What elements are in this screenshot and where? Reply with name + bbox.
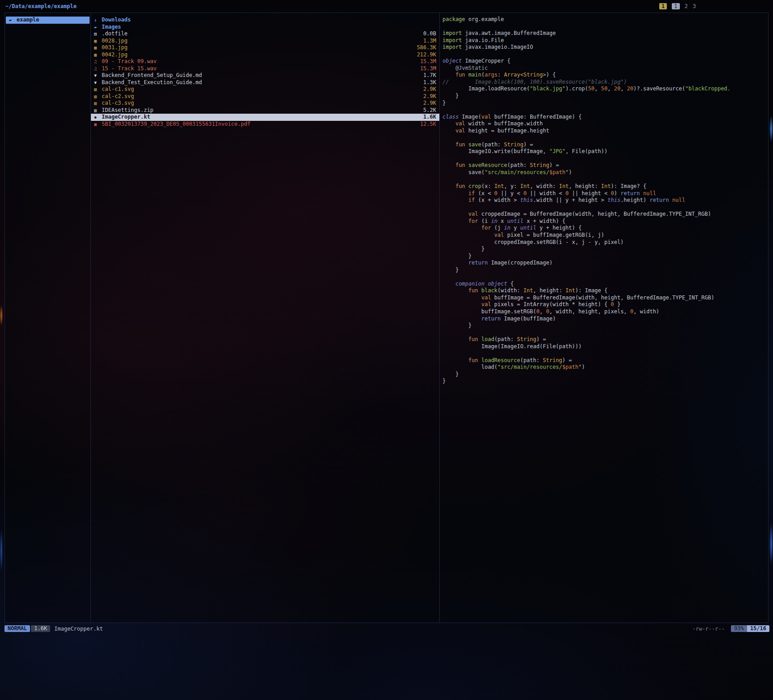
file-size: 2.9K: [423, 93, 436, 100]
code-line: }: [442, 253, 765, 260]
code-line: Image(ImageIO.read(File(path))): [442, 343, 765, 350]
file-row[interactable]: ▧cal-c1.svg2.9K: [91, 86, 439, 93]
file-name: .dotfile: [102, 30, 423, 38]
code-line: val pixels = IntArray(width * height) { …: [442, 301, 765, 308]
file-row[interactable]: ▥IDEAsettings.zip5.2K: [91, 107, 439, 114]
permissions-text: -rw-r--r--: [692, 626, 725, 632]
parent-dir-item[interactable]: ▰ example: [6, 17, 90, 24]
code-line: [442, 204, 765, 211]
file-name: Backend_Frontend_Setup_Guide.md: [102, 72, 423, 79]
size-badge: 1.6K: [31, 625, 50, 632]
scroll-percent-badge: 93%: [731, 625, 747, 632]
kotlin-file-icon: ◆: [94, 114, 102, 121]
tab-3[interactable]: 3: [693, 3, 696, 9]
file-name: IDEAsettings.zip: [102, 107, 423, 114]
code-line: for (i in x until x + width) {: [442, 218, 765, 225]
pdf-file-icon: ▣: [94, 121, 102, 128]
file-name: Backend_Test_Execution_Guide.md: [102, 79, 423, 86]
code-preview[interactable]: package org.example import java.awt.imag…: [440, 13, 768, 623]
code-line: [442, 23, 765, 30]
code-line: companion object {: [442, 281, 765, 288]
code-line: return Image(croppedImage): [442, 260, 765, 267]
code-line: val buffImage = BufferedImage(width, hei…: [442, 295, 765, 302]
code-line: for (j in y until y + height) {: [442, 225, 765, 232]
file-row[interactable]: ▦0042.jpg212.9K: [91, 51, 439, 59]
code-line: val pixel = buffImage.getRGB(i, j): [442, 232, 765, 239]
code-line: val croppedImage = BufferedImage(width, …: [442, 211, 765, 218]
code-line: }: [442, 100, 765, 107]
svg-file-icon: ▧: [94, 100, 102, 107]
downloads-icon: ↓: [94, 17, 102, 24]
file-row[interactable]: ▦0031.jpg586.3K: [91, 44, 439, 51]
code-line: import javax.imageio.ImageIO: [442, 44, 765, 51]
topbar: ~/Data/example/example 1 1 2 3: [5, 3, 769, 10]
file-name: cal-c3.svg: [102, 100, 423, 107]
file-name: Images: [102, 24, 436, 31]
code-line: fun save(path: String) =: [442, 141, 765, 149]
file-name: 0031.jpg: [102, 44, 417, 51]
code-line: fun saveResource(path: String) =: [442, 162, 765, 169]
code-line: if (x + width > this.width || y + height…: [442, 197, 765, 204]
markdown-file-icon: ▼: [94, 72, 102, 79]
file-row[interactable]: ▼Backend_Frontend_Setup_Guide.md1.7K: [91, 72, 439, 79]
archive-file-icon: ▥: [94, 107, 102, 114]
code-line: fun loadResource(path: String) =: [442, 357, 765, 364]
file-row[interactable]: ♫15 - Track 15.wav15.3M: [91, 65, 439, 73]
file-list: ↓Downloads▰Images▤.dotfile0.0B▦0028.jpg1…: [91, 13, 440, 623]
parent-pane: ▰ example: [5, 13, 91, 623]
file-name: 0042.jpg: [102, 51, 417, 59]
file-name: cal-c2.svg: [102, 93, 423, 100]
audio-file-icon: ♫: [94, 65, 102, 73]
code-line: }: [442, 93, 765, 100]
image-file-icon: ▦: [94, 38, 102, 45]
breadcrumb: ~/Data/example/example: [5, 3, 77, 9]
tab-1[interactable]: 1: [672, 3, 679, 9]
file-row[interactable]: ▧cal-c3.svg2.9K: [91, 100, 439, 107]
file-size: 2.9K: [423, 86, 436, 93]
code-line: croppedImage.setRGB(i - x, j - y, pixel): [442, 239, 765, 246]
file-size: 1.3M: [423, 38, 436, 45]
code-line: Image.loadResource("black.jpg").crop(50,…: [442, 85, 765, 93]
tab-bar: 1 1 2 3: [659, 3, 696, 9]
code-line: save("src/main/resources/$path"): [442, 169, 765, 176]
code-line: load("src/main/resources/$path"): [442, 364, 765, 371]
file-size: 2.9K: [423, 100, 436, 107]
image-file-icon: ▦: [94, 44, 102, 51]
code-line: val width = buffImage.width: [442, 120, 765, 128]
file-size: 1.3K: [423, 79, 436, 86]
code-line: return Image(buffImage): [442, 316, 765, 323]
file-row[interactable]: ▣SBI_0032013739_2023_DE05_0003155631Invo…: [91, 121, 439, 128]
file-row[interactable]: ▧cal-c2.svg2.9K: [91, 93, 439, 100]
file-name: 0028.jpg: [102, 38, 423, 45]
file-row[interactable]: ♫09 - Track 09.wav15.3M: [91, 58, 439, 65]
code-line: }: [442, 378, 765, 385]
code-line: @JvmStatic: [442, 65, 765, 72]
code-line: }: [442, 371, 765, 378]
file-row[interactable]: ▰Images: [91, 24, 439, 31]
mode-badge: NORMAL: [4, 625, 30, 632]
cursor-position-badge: 15/16: [747, 625, 769, 632]
tab-indicator[interactable]: 1: [659, 3, 667, 9]
code-line: fun black(width: Int, height: Int): Imag…: [442, 287, 765, 295]
tab-2[interactable]: 2: [685, 3, 688, 9]
folder-icon: ▰: [94, 24, 102, 31]
code-line: [442, 155, 765, 162]
file-size: 5.2K: [423, 107, 436, 114]
file-size: 1.6K: [423, 114, 436, 121]
file-size: 12.5K: [420, 121, 436, 128]
code-line: object ImageCropper {: [442, 58, 765, 65]
code-line: [442, 176, 765, 184]
file-row[interactable]: ▦0028.jpg1.3M: [91, 38, 439, 45]
file-row[interactable]: ▤.dotfile0.0B: [91, 30, 439, 38]
folder-icon: ▰: [9, 17, 17, 24]
file-row[interactable]: ◆ImageCropper.kt1.6K: [91, 114, 439, 121]
code-line: [442, 107, 765, 114]
code-line: if (x < 0 || y < 0 || width < 0 || heigh…: [442, 190, 765, 197]
file-size: 212.9K: [417, 51, 436, 59]
code-line: [442, 350, 765, 357]
file-name: cal-c1.svg: [102, 86, 423, 93]
file-row[interactable]: ▼Backend_Test_Execution_Guide.md1.3K: [91, 79, 439, 86]
file-name: Downloads: [102, 17, 436, 24]
code-line: fun main(args: Array<String>) {: [442, 72, 765, 79]
file-row[interactable]: ↓Downloads: [91, 17, 439, 24]
